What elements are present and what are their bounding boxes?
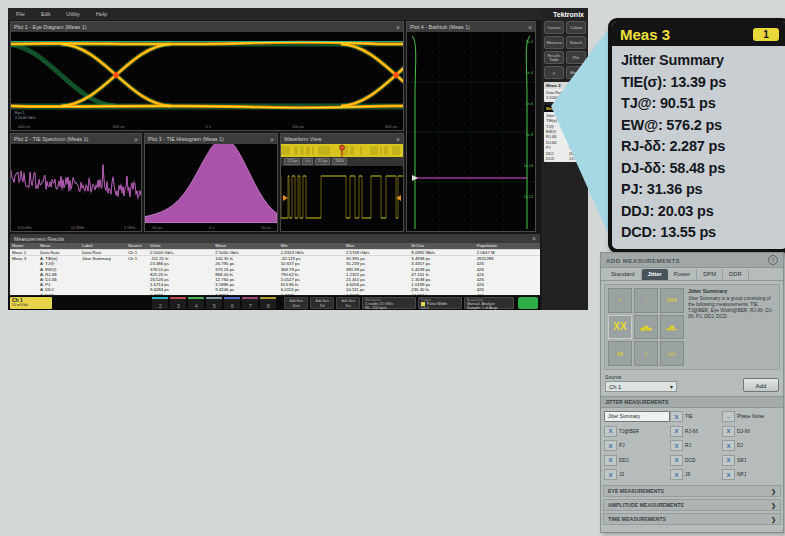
eye-x-icon: X [670, 469, 683, 480]
add-new-bus-button[interactable]: Add NewBus [336, 297, 360, 309]
eye-annotation: Eye 1 2.5000 Gb/s [15, 111, 36, 121]
sidebar-callout-button[interactable]: Callout [566, 21, 586, 34]
chevron-right-icon: ❯ [771, 488, 776, 495]
row-stat: 30.395 ps31.239 ps381.99 ps1.2322 ps21.4… [344, 256, 409, 295]
help-icon[interactable]: ? [768, 255, 778, 265]
sidebar-more-button[interactable]: More... [566, 66, 586, 79]
add-button[interactable]: Add [743, 378, 779, 392]
menu-item-help[interactable]: Help [96, 11, 107, 17]
close-icon[interactable]: × [396, 136, 400, 143]
thumbnail-eye2-icon[interactable]: XX [608, 341, 632, 366]
measurement-results-table[interactable]: NameMeasLabelSourceValueMeanMinMaxSt Dev… [10, 243, 540, 295]
axis-tick: -400 ps [17, 124, 30, 129]
eye-x-icon: ~ [722, 411, 735, 422]
eye-x-icon: X [670, 426, 683, 437]
add-new-ref-button[interactable]: Add NewRef [310, 297, 334, 309]
meas-item-tj-ber[interactable]: XTJ@BER [604, 426, 670, 437]
axis-tick: 1e-4 [526, 71, 533, 75]
meas-item-phase-noise[interactable]: ~Phase Noise [722, 411, 780, 422]
thumbnail-spec-icon[interactable]: ▂▆▁ [660, 315, 684, 340]
sidebar-cursors-button[interactable]: Cursors [544, 21, 564, 34]
zoom-toolbar-value[interactable]: 100% [332, 158, 347, 165]
channel-2-badge[interactable]: 2 [152, 297, 168, 309]
menu-item-utility[interactable]: Utility [66, 11, 79, 17]
acquisition-badge[interactable]: Acquisition Manual, Analyze Sample: # of… [464, 297, 514, 309]
accordion-time[interactable]: TIME MEASUREMENTS❯ [603, 513, 781, 525]
thumbnail-trend-icon[interactable]: ≈ [608, 288, 632, 313]
thumbnail-eye2big-icon[interactable]: XX [608, 315, 632, 340]
menu-bar: FileEditUtilityHelp [8, 8, 588, 20]
table-row[interactable]: Meas 3A: TIE(σ)A: TJ@A: EW@A: RJ-δδA: DJ… [10, 256, 540, 295]
thumbnail-hist-icon[interactable]: ▄▆▄ [634, 315, 658, 340]
waveform-overview-strip[interactable] [281, 144, 403, 157]
meas-item-label: SRJ [737, 458, 746, 463]
thumbnail-steps-icon[interactable]: ≡ [634, 341, 658, 366]
meas-item-label: DJ-δδ [737, 429, 750, 434]
tab-ddr[interactable]: DDR [723, 269, 749, 280]
bathtub-title-bar: Plot 4 - Bathtub (Meas 1) × [407, 22, 535, 32]
tie-spectrum-trace [11, 144, 141, 223]
channel-6-badge[interactable]: 6 [224, 297, 240, 309]
meas-item-pj[interactable]: XPJ [604, 440, 670, 451]
row-stat: 100.30 fs26.795 ps373.24 ps884.00 fs12.7… [213, 256, 278, 295]
meas-item-j2[interactable]: XJ2 [604, 469, 670, 480]
close-icon[interactable]: × [134, 136, 138, 143]
callout-title: Meas 3 [620, 26, 670, 43]
run-stop-button[interactable] [518, 297, 538, 309]
meas-item-tie[interactable]: XTIE [670, 411, 722, 422]
thumbnail-scatter-icon[interactable]: ∴ [634, 288, 658, 313]
thumbnail-square-icon[interactable]: ⊓⊓ [660, 341, 684, 366]
zoom-toolbar-value[interactable]: 2.5 μs [315, 158, 330, 165]
meas-item-dj[interactable]: XDJ [722, 440, 780, 451]
tie-spectrum-plot: 100 kHz10 MHz1 GHz [11, 144, 141, 231]
close-icon[interactable]: × [532, 235, 536, 242]
tab-dpm[interactable]: DPM [697, 269, 723, 280]
menu-item-edit[interactable]: Edit [41, 11, 50, 17]
table-row[interactable]: Meas 2Data RateData RateCh 12.5000 Gb/s2… [10, 250, 540, 257]
sidebar-zoom-icon[interactable]: ⌕ [544, 66, 564, 79]
channel-5-badge[interactable]: 5 [206, 297, 222, 309]
meas-item-srj[interactable]: XSRJ [722, 455, 780, 466]
trigger-badge[interactable]: Trigger Pulse Width Ch 1 [418, 297, 462, 309]
meas3-badge[interactable]: Meas 31 Jitter SummaryTIE(σ)13.39 psTJ@9… [544, 105, 586, 163]
channel-3-badge[interactable]: 3 [170, 297, 186, 309]
zoom-toolbar-value[interactable]: 0 s [302, 158, 313, 165]
close-icon[interactable]: × [396, 24, 400, 31]
meas-item-j9[interactable]: XJ9 [670, 469, 722, 480]
meas-item-dcd[interactable]: XDCD [670, 455, 722, 466]
sidebar-measure-button[interactable]: Measure [544, 36, 564, 49]
meas-item-label: DDJ [619, 458, 628, 463]
meas-item-dj[interactable]: XDJ-δδ [722, 426, 780, 437]
tab-power[interactable]: Power [668, 269, 697, 280]
menu-item-file[interactable]: File [16, 11, 25, 17]
meas-item-npj[interactable]: XNPJ [722, 469, 780, 480]
row-source: Ch 1 [126, 250, 148, 256]
eye-diagram-panel: Plot 1 - Eye Diagram (Meas 1) × [10, 21, 404, 131]
chevron-right-icon: ❯ [771, 516, 776, 523]
tab-jitter[interactable]: Jitter [642, 269, 668, 280]
meas-item-rj[interactable]: XRJ-δδ [670, 426, 722, 437]
channel-8-badge[interactable]: 8 [260, 297, 276, 309]
sidebar-results-table-button[interactable]: Results Table [544, 51, 564, 64]
add-new-math-button[interactable]: Add NewMath [284, 297, 308, 309]
thumbnail-eye3-icon[interactable]: XXX [660, 288, 684, 313]
sidebar-search-button[interactable]: Search [566, 36, 586, 49]
sidebar-plot-button[interactable]: Plot [566, 51, 586, 64]
horizontal-badge[interactable]: Horizontal 1 ns/div 25 GS/s RL: 250 kpts [362, 297, 415, 309]
close-icon[interactable]: × [270, 136, 274, 143]
close-icon[interactable]: × [528, 24, 532, 31]
channel-7-badge[interactable]: 7 [242, 297, 258, 309]
accordion-eye[interactable]: EYE MEASUREMENTS❯ [603, 485, 781, 497]
zoom-toolbar-value[interactable]: -2.5 μs [284, 158, 300, 165]
meas-item-ddj[interactable]: XDDJ [604, 455, 670, 466]
channel-4-badge[interactable]: 4 [188, 297, 204, 309]
meas2-badge[interactable]: Meas 21 Data Rate2.5000 Gb/s [544, 82, 586, 102]
meas-item-label: Jitter Summary [608, 414, 640, 419]
tab-standard[interactable]: Standard [605, 269, 642, 280]
accordion-amplitude[interactable]: AMPLITUDE MEASUREMENTS❯ [603, 499, 781, 511]
meas-item-jitter-summary[interactable]: XJitter Summary [604, 411, 670, 422]
channel-1-badge[interactable]: Ch 1 50 mV/div [10, 297, 52, 309]
meas-item-rj[interactable]: XRJ [670, 440, 722, 451]
column-header: Meas [38, 243, 80, 249]
source-select[interactable]: Ch 1 ▾ [605, 381, 677, 392]
